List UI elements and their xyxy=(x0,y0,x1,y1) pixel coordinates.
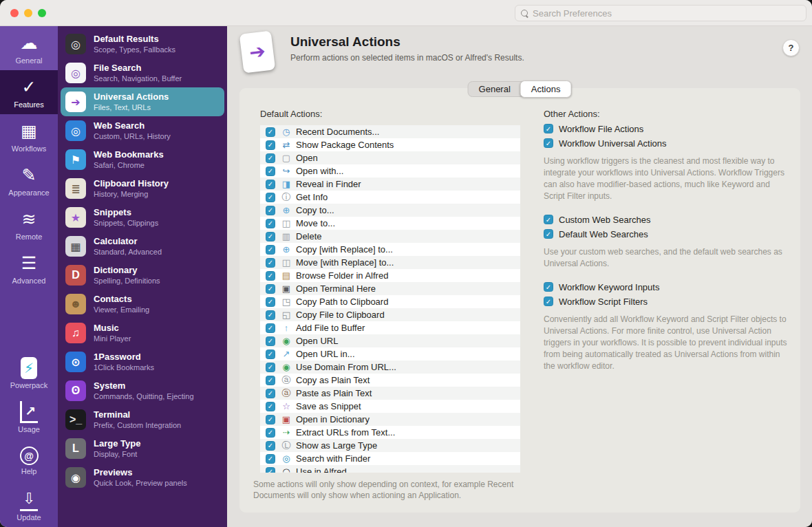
action-checkbox[interactable]: ✓ xyxy=(266,258,275,268)
sidebar-item[interactable]: ʘ System Commands, Quitting, Ejecting xyxy=(61,376,224,405)
action-row[interactable]: ✓ ▣ Open Terminal Here xyxy=(260,282,520,295)
action-row[interactable]: ✓ ☆ Save as Snippet xyxy=(260,400,520,413)
action-row[interactable]: ✓ ⊕ Copy [with Replace] to... xyxy=(260,243,520,256)
action-checkbox[interactable]: ✓ xyxy=(266,206,275,215)
close-button[interactable] xyxy=(10,9,19,17)
action-checkbox[interactable]: ✓ xyxy=(266,193,275,202)
other-action-row[interactable]: ✓ Workflow Script Filters xyxy=(544,294,800,308)
other-action-row[interactable]: ✓ Custom Web Searches xyxy=(544,213,800,226)
action-row[interactable]: ✓ ◷ Recent Documents... xyxy=(260,125,520,138)
action-checkbox[interactable]: ✓ xyxy=(266,415,275,424)
sidebar-item[interactable]: ◎ File Search Search, Navigation, Buffer xyxy=(61,58,224,87)
action-checkbox[interactable]: ✓ xyxy=(266,428,275,438)
zoom-button[interactable] xyxy=(38,9,46,17)
rail-item[interactable]: ▦ Workflows xyxy=(0,114,58,158)
action-row[interactable]: ✓ ⓐ Copy as Plain Text xyxy=(260,374,520,387)
action-row[interactable]: ✓ ◳ Copy Path to Clipboard xyxy=(260,295,520,308)
minimize-button[interactable] xyxy=(24,9,32,17)
sidebar-item[interactable]: ◎ Web Search Custom, URLs, History xyxy=(61,116,224,145)
action-checkbox[interactable]: ✓ xyxy=(266,271,275,281)
tab-general[interactable]: General xyxy=(469,81,521,97)
action-checkbox[interactable]: ✓ xyxy=(266,153,275,163)
action-row[interactable]: ✓ ⓐ Paste as Plain Text xyxy=(260,387,520,400)
action-row[interactable]: ✓ ◫ Move to... xyxy=(260,217,520,230)
other-action-checkbox[interactable]: ✓ xyxy=(544,229,553,239)
rail-item[interactable]: ✎ Appearance xyxy=(0,158,58,202)
action-checkbox[interactable]: ✓ xyxy=(266,349,275,359)
sidebar-item[interactable]: ≣ Clipboard History History, Merging xyxy=(61,174,224,203)
action-row[interactable]: ✓ ◠ Use in Alfred... xyxy=(260,465,520,473)
other-action-checkbox[interactable]: ✓ xyxy=(544,124,553,133)
action-checkbox[interactable]: ✓ xyxy=(266,297,275,307)
action-checkbox[interactable]: ✓ xyxy=(266,336,275,346)
rail-item[interactable]: ☁ General xyxy=(0,26,58,70)
action-checkbox[interactable]: ✓ xyxy=(266,127,275,137)
sidebar-item[interactable]: ◎ Default Results Scope, Types, Fallback… xyxy=(61,30,224,58)
action-row[interactable]: ✓ ↪ Open with... xyxy=(260,164,520,178)
action-row[interactable]: ✓ ▣ Open in Dictionary xyxy=(260,413,520,426)
action-row[interactable]: ✓ ▢ Open xyxy=(260,151,520,164)
action-row[interactable]: ✓ ◨ Reveal in Finder xyxy=(260,178,520,191)
action-checkbox[interactable]: ✓ xyxy=(266,219,275,228)
rail-item[interactable]: @ Help xyxy=(0,439,58,483)
rail-item[interactable]: ☰ Advanced xyxy=(0,246,58,290)
rail-item[interactable]: ↗ Usage xyxy=(0,395,58,439)
search-input[interactable]: Search Preferences xyxy=(515,5,806,21)
tab-actions[interactable]: Actions xyxy=(520,80,572,98)
action-row[interactable]: ✓ ◉ Use Domain From URL... xyxy=(260,361,520,374)
action-checkbox[interactable]: ✓ xyxy=(266,389,275,398)
action-checkbox[interactable]: ✓ xyxy=(266,166,275,176)
action-checkbox[interactable]: ✓ xyxy=(266,323,275,333)
action-row[interactable]: ✓ ◎ Search with Finder xyxy=(260,452,520,465)
action-checkbox[interactable]: ✓ xyxy=(266,284,275,294)
action-checkbox[interactable]: ✓ xyxy=(266,467,275,473)
action-checkbox[interactable]: ✓ xyxy=(266,376,275,385)
action-checkbox[interactable]: ✓ xyxy=(266,441,275,451)
sidebar-item[interactable]: ★ Snippets Snippets, Clippings xyxy=(61,203,224,232)
action-checkbox[interactable]: ✓ xyxy=(266,402,275,411)
sidebar-item[interactable]: ⊙ 1Password 1Click Bookmarks xyxy=(61,347,224,376)
other-action-checkbox[interactable]: ✓ xyxy=(544,282,553,292)
sidebar-item[interactable]: D Dictionary Spelling, Definitions xyxy=(61,261,224,290)
sidebar-item[interactable]: ➔ Universal Actions Files, Text, URLs xyxy=(61,87,224,116)
action-checkbox[interactable]: ✓ xyxy=(266,454,275,464)
action-row[interactable]: ✓ Ⓛ Show as Large Type xyxy=(260,439,520,452)
action-row[interactable]: ✓ ↗ Open URL in... xyxy=(260,347,520,361)
action-row[interactable]: ✓ ◉ Open URL xyxy=(260,334,520,347)
sidebar-item[interactable]: L Large Type Display, Font xyxy=(61,434,224,463)
other-action-checkbox[interactable]: ✓ xyxy=(544,215,553,224)
action-checkbox[interactable]: ✓ xyxy=(266,232,275,241)
rail-item[interactable]: ✓ Features xyxy=(0,70,58,114)
other-action-checkbox[interactable]: ✓ xyxy=(544,138,553,148)
action-checkbox[interactable]: ✓ xyxy=(266,310,275,320)
sidebar-item[interactable]: ◉ Previews Quick Look, Preview panels xyxy=(61,463,224,492)
action-row[interactable]: ✓ ◫ Move [with Replace] to... xyxy=(260,256,520,269)
action-row[interactable]: ✓ ◱ Copy File to Clipboard xyxy=(260,308,520,321)
other-action-row[interactable]: ✓ Default Web Searches xyxy=(544,227,800,241)
action-checkbox[interactable]: ✓ xyxy=(266,140,275,150)
sidebar-item[interactable]: ⚑ Web Bookmarks Safari, Chrome xyxy=(61,145,224,174)
default-actions-list[interactable]: ✓ ◷ Recent Documents... ✓ ⇄ Show Package… xyxy=(260,125,520,473)
other-action-row[interactable]: ✓ Workflow Keyword Inputs xyxy=(544,280,800,294)
sidebar-item[interactable]: ♫ Music Mini Player xyxy=(61,319,224,347)
rail-item[interactable]: ≋ Remote xyxy=(0,202,58,246)
action-checkbox[interactable]: ✓ xyxy=(266,363,275,372)
other-action-row[interactable]: ✓ Workflow File Actions xyxy=(544,122,800,136)
sidebar-item[interactable]: ▦ Calculator Standard, Advanced xyxy=(61,232,224,261)
action-checkbox[interactable]: ✓ xyxy=(266,180,275,189)
other-action-checkbox[interactable]: ✓ xyxy=(544,297,553,306)
sidebar-item[interactable]: ☻ Contacts Viewer, Emailing xyxy=(61,290,224,319)
rail-item[interactable]: ⇩ Update xyxy=(0,483,58,527)
action-row[interactable]: ✓ ⇄ Show Package Contents xyxy=(260,138,520,151)
action-row[interactable]: ✓ ⓘ Get Info xyxy=(260,191,520,204)
action-checkbox[interactable]: ✓ xyxy=(266,245,275,255)
action-row[interactable]: ✓ ↑ Add File to Buffer xyxy=(260,321,520,334)
action-row[interactable]: ✓ ▤ Browse Folder in Alfred xyxy=(260,269,520,282)
sidebar-item[interactable]: >_ Terminal Prefix, Custom Integration xyxy=(61,405,224,434)
action-row[interactable]: ✓ ▥ Delete xyxy=(260,230,520,243)
help-button[interactable]: ? xyxy=(782,39,800,56)
rail-item[interactable]: ⚡ Powerpack xyxy=(0,351,58,395)
action-row[interactable]: ✓ ⊕ Copy to... xyxy=(260,204,520,217)
other-action-row[interactable]: ✓ Workflow Universal Actions xyxy=(544,136,800,150)
action-row[interactable]: ✓ ⇢ Extract URLs from Text... xyxy=(260,426,520,439)
